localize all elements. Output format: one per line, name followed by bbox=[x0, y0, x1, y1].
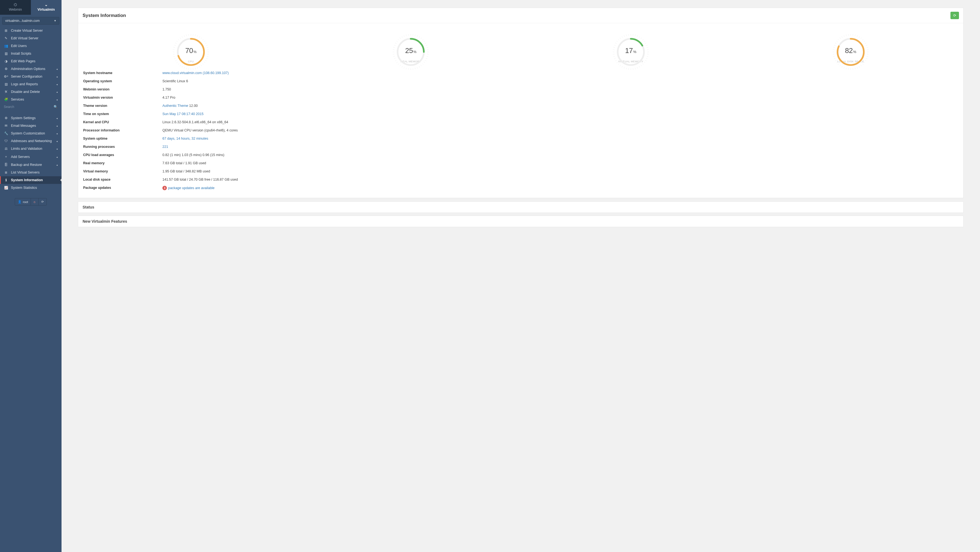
info-value: Authentic Theme 12.00 bbox=[162, 104, 198, 108]
domain-selector[interactable]: virtualmin...tualmin.com ▼ bbox=[2, 17, 59, 25]
nav-icon: ℹ bbox=[4, 178, 8, 182]
nav-label: Email Messages bbox=[11, 124, 36, 128]
nav-item-edit-virtual-server[interactable]: ✎Edit Virtual Server bbox=[0, 35, 62, 42]
nav-item-edit-users[interactable]: 👥Edit Users bbox=[0, 42, 62, 50]
info-key: Processor information bbox=[83, 128, 162, 132]
info-value: 1.95 GB total / 348.82 MB used bbox=[162, 170, 210, 173]
logout-button[interactable]: ⎋ bbox=[31, 198, 38, 205]
info-key: Virtualmin version bbox=[83, 96, 162, 100]
info-key: Time on system bbox=[83, 112, 162, 116]
nav-item-logs-and-reports[interactable]: ▤Logs and Reports◂ bbox=[0, 80, 62, 88]
info-link[interactable]: Authentic Theme bbox=[162, 104, 188, 108]
info-key: System uptime bbox=[83, 136, 162, 140]
nav-label: Logs and Reports bbox=[11, 82, 38, 86]
nav-item-administration-options[interactable]: ⚙Administration Options◂ bbox=[0, 65, 62, 73]
info-value: 67 days, 14 hours, 32 minutes bbox=[162, 136, 208, 140]
chevron-left-icon: ◂ bbox=[56, 75, 58, 78]
nav-item-system-statistics[interactable]: 📈System Statistics bbox=[0, 184, 62, 192]
info-value: 141.57 GB total / 24.70 GB free / 116.87… bbox=[162, 178, 238, 181]
refresh-sidebar-button[interactable]: ⟳ bbox=[38, 198, 46, 205]
nav-label: Create Virtual Server bbox=[11, 29, 43, 33]
panel-header: System Information ⟳ bbox=[78, 8, 963, 23]
chevron-left-icon: ◂ bbox=[56, 68, 58, 70]
info-link[interactable]: 67 days, 14 hours, 32 minutes bbox=[162, 136, 208, 140]
nav-label: List Virtual Servers bbox=[11, 171, 40, 174]
sidebar: ⌬ Webmin ⌄ Virtualmin virtualmin...tualm… bbox=[0, 0, 62, 552]
nav-item-list-virtual-servers[interactable]: ≣List Virtual Servers bbox=[0, 169, 62, 176]
user-icon: 👤 bbox=[18, 200, 22, 204]
nav-icon: 🗄 bbox=[4, 163, 8, 167]
info-value: 1.750 bbox=[162, 87, 171, 91]
nav-icon: ≣ bbox=[4, 171, 8, 174]
search-icon[interactable]: 🔍 bbox=[54, 105, 58, 109]
info-row: Webmin version1.750 bbox=[83, 85, 958, 94]
nav-item-system-customization[interactable]: 🔧System Customization◂ bbox=[0, 130, 62, 137]
gauge-value: 82% bbox=[827, 46, 874, 55]
info-value: 7.63 GB total / 1.91 GB used bbox=[162, 161, 206, 165]
refresh-icon: ⟳ bbox=[953, 13, 956, 17]
nav-item-backup-and-restore[interactable]: 🗄Backup and Restore◂ bbox=[0, 161, 62, 169]
nav-item-install-scripts[interactable]: ▥Install Scripts bbox=[0, 50, 62, 57]
sidebar-mode-tabs: ⌬ Webmin ⌄ Virtualmin bbox=[0, 0, 62, 15]
nav-item-create-virtual-server[interactable]: ⊞Create Virtual Server bbox=[0, 27, 62, 35]
nav-item-services[interactable]: 🧩Services◂ bbox=[0, 96, 62, 103]
gauge-virtual-memory: 17% VIRTUAL MEMORY bbox=[608, 29, 654, 63]
info-link[interactable]: 221 bbox=[162, 145, 168, 149]
info-value: 0.82 (1 min) 1.03 (5 mins) 0.96 (15 mins… bbox=[162, 153, 224, 157]
nav-icon: ✉ bbox=[4, 124, 8, 128]
nav-item-addresses-and-networking[interactable]: 🛡Addresses and Networking◂ bbox=[0, 137, 62, 145]
active-indicator bbox=[60, 178, 62, 182]
info-key: Package updates bbox=[83, 186, 162, 190]
nav-icon: ✎ bbox=[4, 36, 8, 40]
nav-item-limits-and-validation[interactable]: ⚖Limits and Validation◂ bbox=[0, 145, 62, 152]
nav-icon: ⚙ bbox=[4, 116, 8, 120]
chevron-left-icon: ◂ bbox=[56, 98, 58, 101]
info-key: Real memory bbox=[83, 161, 162, 165]
nav-icon: ⚖ bbox=[4, 147, 8, 151]
nav-label: System Statistics bbox=[11, 186, 37, 190]
info-row: Real memory7.63 GB total / 1.91 GB used bbox=[83, 159, 958, 167]
info-key: Theme version bbox=[83, 104, 162, 108]
nav-item-email-messages[interactable]: ✉Email Messages◂ bbox=[0, 122, 62, 130]
sidebar-footer: 👤 root ⎋ ⟳ bbox=[15, 198, 47, 206]
nav-label: Services bbox=[11, 98, 24, 102]
nav-item-edit-web-pages[interactable]: ◑Edit Web Pages bbox=[0, 57, 62, 65]
nav-item-add-servers[interactable]: ＋Add Servers◂ bbox=[0, 152, 62, 161]
nav-item-system-information[interactable]: ℹSystem Information bbox=[0, 176, 62, 184]
nav-icon: ⚙ bbox=[4, 67, 8, 71]
tab-virtualmin[interactable]: ⌄ Virtualmin bbox=[31, 0, 62, 15]
info-row: System uptime67 days, 14 hours, 32 minut… bbox=[83, 135, 958, 143]
nav-label: Disable and Delete bbox=[11, 90, 40, 94]
info-link[interactable]: package updates are available bbox=[168, 186, 215, 190]
nav-item-server-configuration[interactable]: ⚙ᵍServer Configuration◂ bbox=[0, 73, 62, 80]
tab-webmin[interactable]: ⌬ Webmin bbox=[0, 0, 31, 15]
nav-icon: 🔧 bbox=[4, 132, 8, 135]
collapsed-panel-new-virtualmin-features[interactable]: New Virtualmin Features bbox=[78, 216, 964, 227]
nav-label: Edit Web Pages bbox=[11, 59, 35, 63]
info-value: Linux 2.6.32-504.8.1.el6.x86_64 on x86_6… bbox=[162, 120, 228, 124]
info-link[interactable]: Sun May 17 08:17:40 2015 bbox=[162, 112, 204, 116]
info-value: QEMU Virtual CPU version (cpu64-rhel6), … bbox=[162, 128, 238, 132]
system-info-panel: System Information ⟳ 70% CPU 25% REAL ME… bbox=[78, 8, 964, 198]
nav-label: Backup and Restore bbox=[11, 163, 42, 167]
info-key: Local disk space bbox=[83, 178, 162, 181]
nav-label: Add Servers bbox=[11, 155, 30, 159]
chevron-left-icon: ◂ bbox=[56, 148, 58, 150]
search-input[interactable] bbox=[4, 105, 54, 109]
info-row: Operating systemScientific Linux 6 bbox=[83, 77, 958, 85]
collapsed-panel-status[interactable]: Status bbox=[78, 201, 964, 213]
nav-item-system-settings[interactable]: ⚙System Settings◂ bbox=[0, 114, 62, 122]
info-row: Package updates3package updates are avai… bbox=[83, 184, 958, 192]
refresh-button[interactable]: ⟳ bbox=[950, 12, 959, 19]
nav-icon: ◑ bbox=[4, 59, 8, 63]
current-user[interactable]: 👤 root bbox=[15, 198, 31, 205]
nav-icon: ✎̸ bbox=[4, 90, 8, 94]
nav-item-disable-and-delete[interactable]: ✎̸Disable and Delete◂ bbox=[0, 88, 62, 96]
chevron-left-icon: ◂ bbox=[56, 132, 58, 135]
nav-label: Server Configuration bbox=[11, 75, 42, 78]
gauge-value: 25% bbox=[387, 46, 434, 55]
info-row: CPU load averages0.82 (1 min) 1.03 (5 mi… bbox=[83, 151, 958, 159]
nav-label: System Information bbox=[11, 178, 43, 182]
gauge-value: 17% bbox=[608, 46, 654, 55]
info-key: Webmin version bbox=[83, 87, 162, 91]
